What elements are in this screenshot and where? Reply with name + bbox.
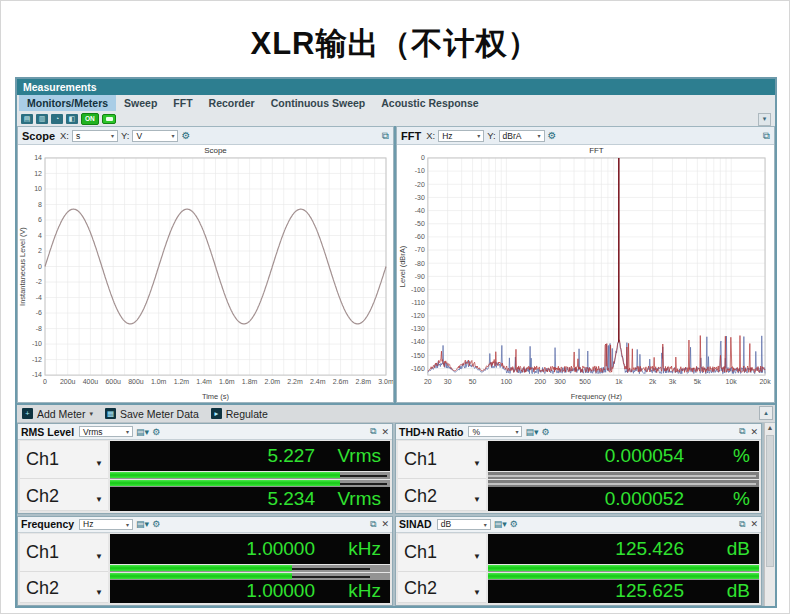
settings-panel-icon[interactable]: ◔ — [51, 114, 63, 124]
channel-label-ch2[interactable]: Ch2 ▼ — [398, 572, 486, 604]
close-icon[interactable]: ✕ — [750, 519, 758, 529]
unit-select[interactable]: Vrms ▾ — [79, 426, 133, 437]
svg-text:8: 8 — [38, 201, 42, 208]
meter-unit: dB — [684, 538, 750, 560]
gear-icon[interactable]: ⚙ — [542, 427, 550, 437]
channel-label-ch1[interactable]: Ch1 ▼ — [20, 441, 108, 479]
generator-level-icon[interactable] — [102, 114, 116, 124]
add-meter-button[interactable]: + Add Meter ▾ — [22, 408, 93, 420]
meters-scrollbar[interactable]: ▲ — [764, 423, 775, 606]
gear-icon[interactable]: ⚙ — [181, 130, 190, 142]
svg-text:-80: -80 — [415, 260, 425, 267]
fft-y-label: Y: — [487, 130, 495, 141]
svg-text:-120: -120 — [411, 312, 425, 319]
svg-text:-150: -150 — [411, 352, 425, 359]
tab-continuous-sweep[interactable]: Continuous Sweep — [263, 95, 374, 111]
regulate-label: Regulate — [226, 408, 268, 420]
meter-body: Ch1 ▼ 0.000054 % Ch2 ▼ 0.000052 — [396, 440, 761, 513]
meter-sinad: SINAD dB ▾ ▤▾ ⚙ ⧉ ✕ Ch1 ▼ — [395, 516, 762, 607]
generator-on-toggle[interactable]: ON — [81, 113, 99, 125]
channel-label-ch1[interactable]: Ch1 ▼ — [20, 534, 108, 572]
unit-value: dB — [441, 519, 451, 529]
scope-plot[interactable]: -14-12-10-8-6-4-2024681012140200u400u600… — [18, 145, 393, 402]
channel-label-ch1[interactable]: Ch1 ▼ — [398, 534, 486, 572]
svg-text:-140: -140 — [411, 338, 425, 345]
mini-toolbar: ▤ ▥ ◔ ◧ ON ▾ — [17, 111, 775, 126]
level-bar-ch1 — [110, 565, 390, 572]
scrollbar-thumb[interactable] — [766, 435, 774, 567]
fft-x-unit-select[interactable]: Hz ▾ — [438, 130, 484, 142]
regulate-button[interactable]: ▸ Regulate — [211, 408, 268, 420]
gear-icon[interactable]: ⚙ — [152, 519, 160, 529]
panel-layout-icon[interactable]: ▤ — [21, 114, 33, 124]
meter-name: SINAD — [399, 518, 432, 530]
svg-text:Level (dBrA): Level (dBrA) — [398, 245, 407, 287]
close-icon[interactable]: ✕ — [381, 519, 389, 529]
svg-text:800u: 800u — [128, 378, 144, 385]
save-meter-data-button[interactable]: ▦ Save Meter Data — [105, 408, 199, 420]
display-mode-icon[interactable]: ▤▾ — [136, 519, 149, 529]
meter-unit: kHz — [315, 538, 381, 560]
meter-unit: Vrms — [315, 445, 381, 467]
meter-value: 5.234 — [267, 488, 315, 510]
chevron-down-icon: ▾ — [89, 410, 93, 418]
add-meter-label: Add Meter — [37, 408, 85, 420]
fft-panel: FFT X: Hz ▾ Y: dBrA ▾ ⚙ ⧉ 0-10-20-30-40- — [396, 126, 775, 403]
scroll-up-icon[interactable]: ▲ — [765, 424, 775, 431]
measurements-title: Measurements — [23, 81, 97, 93]
popout-icon[interactable]: ⧉ — [370, 519, 376, 530]
scope-y-label: Y: — [121, 130, 129, 141]
unit-select[interactable]: Hz ▾ — [79, 519, 133, 530]
tab-acoustic-response[interactable]: Acoustic Response — [373, 95, 486, 111]
gear-icon[interactable]: ⚙ — [548, 130, 557, 142]
svg-text:-30: -30 — [415, 194, 425, 201]
meter-name: RMS Level — [21, 426, 74, 438]
gear-icon[interactable]: ⚙ — [510, 519, 518, 529]
meter-value: 1.00000 — [246, 538, 315, 560]
tab-recorder[interactable]: Recorder — [201, 95, 263, 111]
unit-value: Hz — [83, 519, 93, 529]
display-mode-icon[interactable]: ▤▾ — [136, 427, 149, 437]
fft-y-unit-select[interactable]: dBrA ▾ — [499, 130, 545, 142]
unit-value: % — [472, 427, 480, 437]
channel-label-ch2[interactable]: Ch2 ▼ — [20, 572, 108, 604]
svg-text:2.2m: 2.2m — [287, 378, 303, 385]
fft-plot[interactable]: 0-10-20-30-40-50-60-70-80-90-100-110-120… — [397, 145, 774, 402]
channel-label-ch2[interactable]: Ch2 ▼ — [20, 479, 108, 511]
unit-select[interactable]: % ▾ — [468, 426, 522, 437]
svg-text:1.4m: 1.4m — [196, 378, 212, 385]
popout-icon[interactable]: ⧉ — [382, 130, 389, 142]
channel-name: Ch1 — [26, 449, 59, 470]
close-icon[interactable]: ✕ — [750, 427, 758, 437]
display-mode-icon[interactable]: ▤▾ — [525, 427, 538, 437]
meters-grid: RMS Level Vrms ▾ ▤▾ ⚙ ⧉ ✕ Ch1 ▼ — [17, 423, 775, 606]
tab-fft[interactable]: FFT — [165, 95, 200, 111]
gear-icon[interactable]: ⚙ — [152, 427, 160, 437]
popout-icon[interactable]: ⧉ — [370, 426, 376, 437]
popout-icon[interactable]: ⧉ — [739, 426, 745, 437]
split-view-icon[interactable]: ◧ — [66, 114, 78, 124]
unit-select[interactable]: dB ▾ — [437, 519, 491, 530]
tab-monitors-meters[interactable]: Monitors/Meters — [19, 95, 116, 111]
channel-label-ch1[interactable]: Ch1 ▼ — [398, 441, 486, 479]
scope-y-unit-select[interactable]: V ▾ — [132, 130, 178, 142]
fft-x-label: X: — [426, 130, 435, 141]
play-icon: ▸ — [211, 408, 222, 419]
pin-icon[interactable]: ▾ — [758, 113, 771, 126]
scope-x-unit-select[interactable]: s ▾ — [72, 130, 118, 142]
meter-header: THD+N Ratio % ▾ ▤▾ ⚙ ⧉ ✕ — [396, 424, 761, 440]
svg-text:20: 20 — [424, 378, 432, 385]
scope-x-unit-value: s — [76, 131, 80, 141]
close-icon[interactable]: ✕ — [381, 427, 389, 437]
popout-icon[interactable]: ⧉ — [763, 130, 770, 142]
popout-icon[interactable]: ⧉ — [739, 519, 745, 530]
meter-view-icon[interactable]: ▥ — [36, 114, 48, 124]
display-mode-icon[interactable]: ▤▾ — [494, 519, 507, 529]
channel-name: Ch1 — [404, 542, 437, 563]
channel-label-ch2[interactable]: Ch2 ▼ — [398, 479, 486, 511]
tab-sweep[interactable]: Sweep — [116, 95, 165, 111]
meter-value: 0.000054 — [605, 445, 684, 467]
add-icon: + — [22, 408, 33, 419]
collapse-panel-icon[interactable]: ▴ — [759, 406, 773, 420]
svg-text:5k: 5k — [694, 378, 702, 385]
